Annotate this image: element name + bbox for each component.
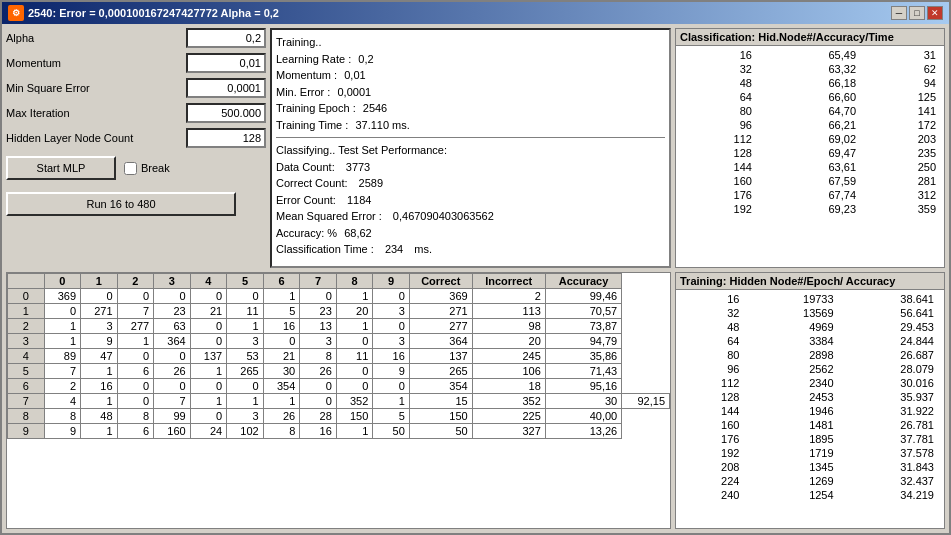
training-row: 192171937.578 [678,446,942,460]
matrix-col-header: 7 [300,274,337,289]
window-title: 2540: Error = 0,000100167247427772 Alpha… [28,7,279,19]
training-row: 96256228.079 [678,362,942,376]
confusion-matrix: 0123456789CorrectIncorrectAccuracy 03690… [7,273,670,439]
training-row: 128245335.937 [678,390,942,404]
training-info-panel: Training.. Learning Rate : 0,2 Momentum … [270,28,671,268]
classification-row: 6466,60125 [678,90,942,104]
classification-row: 1665,4931 [678,48,942,62]
accuracy-row: Accuracy: % 68,62 [276,225,665,242]
classification-row: 17667,74312 [678,188,942,202]
training-row: 144194631.922 [678,404,942,418]
classification-row: 19269,23359 [678,202,942,216]
classification-row: 8064,70141 [678,104,942,118]
mse-row: Mean Squared Error : 0,467090403063562 [276,208,665,225]
momentum-info-row: Momentum : 0,01 [276,67,665,84]
hidden-label: Hidden Layer Node Count [6,132,186,144]
table-row: 21327763011613102779873,87 [8,319,670,334]
matrix-col-header: 3 [154,274,191,289]
alpha-row: Alpha [6,28,266,48]
table-row: 10271723211152320327111370,57 [8,304,670,319]
classification-row: 11269,02203 [678,132,942,146]
min-error-input[interactable] [186,78,266,98]
matrix-col-header: 9 [373,274,410,289]
matrix-row-label: 3 [8,334,45,349]
table-row: 7410711103521153523092,15 [8,394,670,409]
break-checkbox[interactable] [124,162,137,175]
alpha-input[interactable] [186,28,266,48]
classification-row: 3263,3262 [678,62,942,76]
minimize-button[interactable]: ─ [891,6,907,20]
max-iter-label: Max Iteration [6,107,186,119]
table-row: 9916160241028161505032713,26 [8,424,670,439]
momentum-row: Momentum [6,53,266,73]
classification-content[interactable]: 1665,49313263,32624866,18946466,60125806… [676,46,944,267]
min-error-row: Min Square Error [6,78,266,98]
matrix-col-header: Accuracy [545,274,621,289]
max-iter-input[interactable] [186,103,266,123]
training-row: 161973338.641 [678,292,942,306]
start-mlp-button[interactable]: Start MLP [6,156,116,180]
app-icon: ⚙ [8,5,24,21]
table-row: 8848899032628150515022540,00 [8,409,670,424]
epoch-row: Training Epoch : 2546 [276,100,665,117]
matrix-container[interactable]: 0123456789CorrectIncorrectAccuracy 03690… [6,272,671,529]
matrix-row-label: 1 [8,304,45,319]
hidden-input[interactable] [186,128,266,148]
matrix-row-label: 6 [8,379,45,394]
matrix-row-label: 9 [8,424,45,439]
matrix-col-header: 1 [81,274,118,289]
training-row: 64338424.844 [678,334,942,348]
classification-panel: Classification: Hid.Node#/Accuracy/Time … [675,28,945,268]
training-row: 240125434.219 [678,488,942,502]
training-panel: Training: Hidden Node#/Epoch/ Accuracy 1… [675,272,945,529]
table-row: 0369000001010369299,46 [8,289,670,304]
training-row: 224126932.437 [678,474,942,488]
close-button[interactable]: ✕ [927,6,943,20]
matrix-row-label: 8 [8,409,45,424]
classification-row: 12869,47235 [678,146,942,160]
training-row: 80289826.687 [678,348,942,362]
momentum-input[interactable] [186,53,266,73]
matrix-col-header: 5 [227,274,264,289]
training-panel-content[interactable]: 161973338.641321356956.64148496929.45364… [676,290,944,528]
matrix-col-header: 6 [263,274,300,289]
alpha-label: Alpha [6,32,186,44]
run-row: Run 16 to 480 [6,186,266,216]
bottom-section: 0123456789CorrectIncorrectAccuracy 03690… [6,272,945,529]
classification-row: 16067,59281 [678,174,942,188]
titlebar: ⚙ 2540: Error = 0,000100167247427772 Alp… [2,2,949,24]
training-row: 208134531.843 [678,460,942,474]
matrix-col-header: 4 [190,274,227,289]
data-count-row: Data Count: 3773 [276,159,665,176]
table-row: 489470013753218111613724535,86 [8,349,670,364]
hidden-row: Hidden Layer Node Count [6,128,266,148]
matrix-row-label: 4 [8,349,45,364]
titlebar-left: ⚙ 2540: Error = 0,000100167247427772 Alp… [8,5,279,21]
run-button[interactable]: Run 16 to 480 [6,192,236,216]
training-row: 48496929.453 [678,320,942,334]
button-row: Start MLP Break [6,156,266,180]
training-table: 161973338.641321356956.64148496929.45364… [678,292,942,502]
lr-row: Learning Rate : 0,2 [276,51,665,68]
min-error-label: Min Square Error [6,82,186,94]
classifying-header: Classifying.. Test Set Performance: [276,142,665,159]
training-row: 321356956.641 [678,306,942,320]
titlebar-buttons: ─ □ ✕ [891,6,943,20]
main-window: ⚙ 2540: Error = 0,000100167247427772 Alp… [0,0,951,535]
separator [276,137,665,138]
matrix-row-label: 5 [8,364,45,379]
maximize-button[interactable]: □ [909,6,925,20]
matrix-col-header: Correct [409,274,472,289]
matrix-row-label: 2 [8,319,45,334]
training-time-row: Training Time : 37.110 ms. [276,117,665,134]
min-error-info-row: Min. Error : 0,0001 [276,84,665,101]
break-label: Break [124,162,170,175]
matrix-col-header: Incorrect [472,274,545,289]
classification-table: 1665,49313263,32624866,18946466,60125806… [678,48,942,216]
class-time-row: Classification Time : 234 ms. [276,241,665,258]
matrix-col-header: 2 [117,274,154,289]
training-row: 112234030.016 [678,376,942,390]
training-panel-title: Training: Hidden Node#/Epoch/ Accuracy [676,273,944,290]
left-panel: Alpha Momentum Min Square Error Max Iter… [6,28,266,268]
table-row: 571626126530260926510671,43 [8,364,670,379]
